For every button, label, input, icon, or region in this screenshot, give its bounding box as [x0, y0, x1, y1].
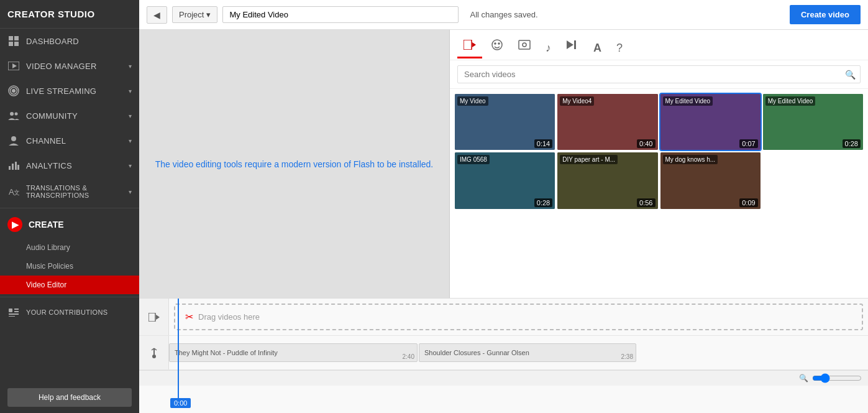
- video-thumb-2[interactable]: My Video4 0:40: [557, 94, 657, 150]
- video-thumb-4[interactable]: My Edited Video 0:28: [763, 94, 863, 150]
- svg-point-29: [523, 43, 526, 47]
- svg-point-10: [15, 113, 18, 116]
- sidebar-bottom: Help and feedback: [0, 382, 139, 413]
- svg-rect-18: [9, 309, 12, 312]
- sidebar-item-audio-library[interactable]: Audio Library: [0, 238, 139, 257]
- chevron-icon: ▾: [129, 113, 132, 119]
- tab-text[interactable]: A: [587, 38, 608, 57]
- video-thumb-6[interactable]: DIY paper art - M... 0:56: [557, 152, 657, 208]
- project-title-input[interactable]: [222, 6, 459, 23]
- audio-segment-1: They Might Not - Puddle of Infinity 2:40: [169, 343, 418, 362]
- sidebar-item-channel[interactable]: CHANNEL ▾: [0, 128, 139, 153]
- sidebar-item-translations[interactable]: A 文 TRANSLATIONS & TRANSCRIPTIONS ▾: [0, 178, 139, 205]
- video-thumb-duration: 0:28: [534, 198, 552, 207]
- svg-point-26: [495, 43, 496, 44]
- timeline-container: ✂ Drag videos here The: [139, 299, 868, 413]
- svg-rect-31: [574, 40, 576, 49]
- project-dropdown[interactable]: Project ▾: [172, 6, 217, 23]
- back-button[interactable]: ◀: [147, 6, 167, 24]
- chevron-icon: ▾: [129, 162, 132, 169]
- sidebar-item-live-label: LIVE STREAMING: [26, 86, 96, 96]
- video-thumb-3[interactable]: My Edited Video 0:07: [660, 94, 761, 150]
- svg-marker-5: [12, 63, 17, 68]
- video-thumb-title: My Edited Video: [663, 96, 713, 106]
- svg-marker-30: [567, 40, 573, 49]
- video-thumb-title: IMG 0568: [457, 155, 490, 164]
- video-thumb-title: My dog knows h...: [663, 155, 718, 164]
- tab-photo[interactable]: [512, 35, 537, 59]
- your-contributions-label: YOUR CONTRIBUTIONS: [26, 309, 107, 316]
- video-thumb-5[interactable]: IMG 0568 0:28: [455, 152, 555, 208]
- drop-zone-label: Drag videos here: [198, 312, 260, 322]
- sidebar-item-dashboard-label: DASHBOARD: [26, 37, 79, 46]
- section-divider: [0, 208, 139, 208]
- project-label: Project: [179, 10, 204, 19]
- dropdown-chevron-icon: ▾: [206, 10, 211, 19]
- svg-rect-12: [9, 166, 11, 170]
- video-thumb-title: My Edited Video: [765, 96, 816, 106]
- contributions-icon: [7, 306, 20, 318]
- search-input[interactable]: [457, 65, 861, 83]
- svg-rect-23: [464, 40, 472, 50]
- sidebar-create[interactable]: ▶ CREATE: [0, 211, 139, 238]
- sidebar: CREATOR STUDIO DASHBOARD VIDEO MANAGER ▾: [0, 0, 139, 413]
- timeline-video-track: ✂ Drag videos here: [139, 299, 868, 336]
- audio-segment-1-label: They Might Not - Puddle of Infinity: [175, 349, 278, 356]
- tab-help[interactable]: ?: [610, 38, 629, 57]
- create-video-button[interactable]: Create video: [790, 5, 861, 24]
- tab-emoji[interactable]: [485, 35, 509, 60]
- create-label: CREATE: [29, 220, 64, 230]
- video-thumb-7[interactable]: My dog knows h... 0:09: [660, 152, 761, 208]
- browser-tabs: ♪ A ?: [450, 30, 868, 60]
- zoom-slider[interactable]: [812, 373, 862, 383]
- tab-skip[interactable]: [560, 35, 585, 59]
- sidebar-item-community[interactable]: COMMUNITY ▾: [0, 103, 139, 128]
- sidebar-item-video-manager[interactable]: VIDEO MANAGER ▾: [0, 53, 139, 78]
- bar-chart-icon: [7, 159, 20, 172]
- sidebar-item-translations-label: TRANSLATIONS & TRANSCRIPTIONS: [26, 184, 129, 199]
- sidebar-item-community-label: COMMUNITY: [26, 111, 78, 121]
- create-icon: ▶: [7, 217, 22, 232]
- timeline-bottom-bar: 🔍: [139, 370, 868, 386]
- sidebar-item-your-contributions[interactable]: YOUR CONTRIBUTIONS: [0, 300, 139, 325]
- saved-status: All changes saved.: [470, 10, 784, 19]
- zoom-controls: 🔍: [799, 373, 862, 383]
- svg-rect-19: [14, 309, 19, 310]
- editor-area: The video editing tools require a modern…: [139, 30, 868, 298]
- svg-rect-2: [9, 42, 13, 46]
- video-thumb-1[interactable]: My Video 0:14: [455, 94, 555, 150]
- flash-notice: The video editing tools require a modern…: [143, 147, 445, 182]
- chevron-icon: ▾: [129, 63, 132, 70]
- video-thumb-title: DIY paper art - M...: [560, 155, 618, 164]
- drop-zone[interactable]: ✂ Drag videos here: [174, 304, 863, 330]
- svg-point-11: [11, 136, 16, 141]
- tab-video[interactable]: [457, 36, 482, 58]
- video-thumb-duration: 0:07: [739, 139, 757, 148]
- sidebar-item-dashboard[interactable]: DASHBOARD: [0, 29, 139, 53]
- sidebar-item-video-editor[interactable]: Video Editor: [0, 276, 139, 294]
- timeline-video-content: ✂ Drag videos here: [169, 299, 868, 335]
- sidebar-item-music-policies[interactable]: Music Policies: [0, 257, 139, 276]
- svg-point-9: [10, 112, 14, 116]
- tab-music[interactable]: ♪: [539, 38, 557, 57]
- chevron-icon: ▾: [129, 188, 132, 195]
- svg-point-6: [12, 89, 16, 93]
- zoom-icon: 🔍: [799, 374, 808, 383]
- svg-rect-15: [17, 165, 19, 170]
- radio-icon: [7, 85, 20, 97]
- sidebar-item-video-manager-label: VIDEO MANAGER: [26, 62, 97, 71]
- search-icon[interactable]: 🔍: [845, 70, 856, 80]
- help-feedback-button[interactable]: Help and feedback: [7, 388, 132, 407]
- svg-marker-33: [156, 315, 160, 320]
- browser-search: 🔍: [450, 60, 868, 89]
- sidebar-item-live-streaming[interactable]: LIVE STREAMING ▾: [0, 78, 139, 103]
- audio-track-icon: [139, 336, 169, 369]
- timeline-audio-track: They Might Not - Puddle of Infinity 2:40…: [139, 336, 868, 370]
- person-icon: [7, 134, 20, 147]
- svg-marker-24: [472, 42, 476, 47]
- svg-rect-22: [9, 316, 15, 317]
- audio-segment-2: Shoulder Closures - Gunnar Olsen 2:38: [419, 343, 636, 362]
- people-icon: [7, 109, 20, 122]
- svg-rect-20: [14, 311, 19, 312]
- sidebar-item-analytics[interactable]: ANALYTICS ▾: [0, 153, 139, 178]
